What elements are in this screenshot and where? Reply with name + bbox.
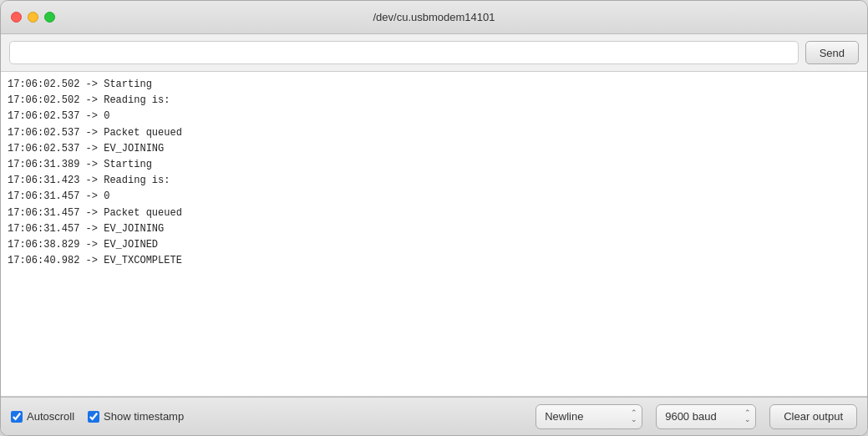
clear-output-button[interactable]: Clear output — [769, 404, 857, 429]
log-line: 17:06:02.537 -> EV_JOINING — [8, 141, 860, 157]
log-line: 17:06:02.502 -> Reading is: — [8, 93, 860, 109]
send-button[interactable]: Send — [805, 41, 859, 64]
serial-input[interactable] — [9, 41, 799, 64]
log-line: 17:06:31.457 -> EV_JOINING — [8, 221, 860, 237]
show-timestamp-text: Show timestamp — [104, 410, 184, 423]
autoscroll-label[interactable]: Autoscroll — [11, 410, 74, 423]
log-line: 17:06:38.829 -> EV_JOINED — [8, 237, 860, 253]
titlebar: /dev/cu.usbmodem14101 — [1, 1, 867, 34]
show-timestamp-checkbox[interactable] — [88, 411, 99, 423]
baud-select[interactable]: 300 baud1200 baud2400 baud4800 baud9600 … — [656, 404, 756, 429]
log-line: 17:06:40.982 -> EV_TXCOMPLETE — [8, 253, 860, 269]
newline-select[interactable]: NewlineNo line endingCarriage returnBoth… — [536, 404, 642, 429]
log-line: 17:06:02.502 -> Starting — [8, 77, 860, 93]
input-row: Send — [1, 34, 867, 72]
output-area: 17:06:02.502 -> Starting17:06:02.502 -> … — [1, 72, 867, 397]
log-line: 17:06:31.423 -> Reading is: — [8, 173, 860, 189]
log-line: 17:06:31.457 -> Packet queued — [8, 205, 860, 221]
window-title: /dev/cu.usbmodem14101 — [373, 11, 495, 23]
newline-dropdown-container: NewlineNo line endingCarriage returnBoth… — [536, 404, 642, 429]
autoscroll-checkbox[interactable] — [11, 411, 23, 423]
minimize-button[interactable] — [28, 12, 38, 23]
maximize-button[interactable] — [44, 12, 55, 23]
baud-dropdown-container: 300 baud1200 baud2400 baud4800 baud9600 … — [656, 404, 756, 429]
close-button[interactable] — [11, 12, 22, 23]
toolbar: Autoscroll Show timestamp NewlineNo line… — [1, 397, 867, 435]
log-line: 17:06:02.537 -> Packet queued — [8, 125, 860, 141]
log-line: 17:06:31.389 -> Starting — [8, 157, 860, 173]
autoscroll-text: Autoscroll — [27, 410, 74, 423]
traffic-lights — [11, 12, 55, 23]
log-line: 17:06:31.457 -> 0 — [8, 189, 860, 205]
log-line: 17:06:02.537 -> 0 — [8, 109, 860, 124]
main-window: /dev/cu.usbmodem14101 Send 17:06:02.502 … — [0, 0, 868, 436]
show-timestamp-label[interactable]: Show timestamp — [88, 410, 184, 423]
